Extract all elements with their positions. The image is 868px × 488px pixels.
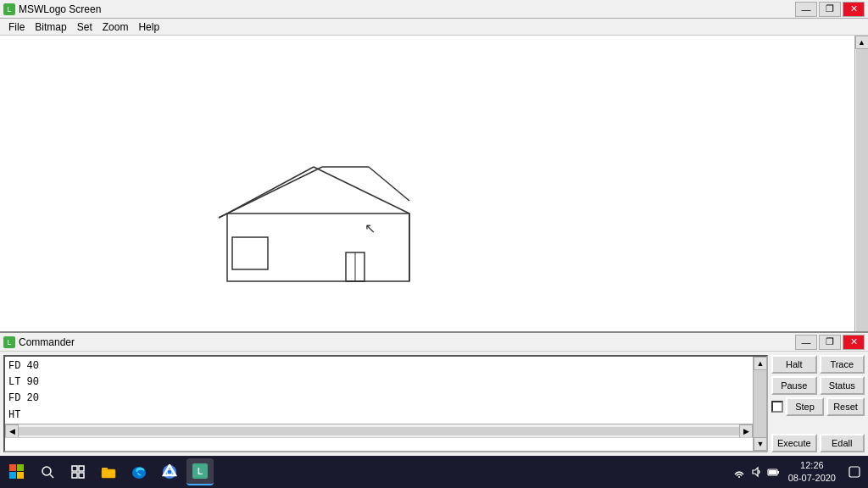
btn-row-1: Halt Trace — [771, 355, 865, 374]
commander-body: FD 40 LT 90 FD 20 HT ◀ ▶ ▲ — [0, 352, 868, 456]
canvas-scrollbar: ▲ ▼ — [854, 36, 868, 360]
chrome-icon — [162, 464, 177, 480]
main-title-bar: L MSWLogo Screen — ❐ ✕ — [0, 0, 868, 19]
svg-rect-15 — [17, 472, 24, 479]
btn-row-3: Step Reset — [771, 397, 865, 416]
edge-icon — [131, 464, 147, 480]
output-vscroll: ▲ ▼ — [753, 357, 766, 451]
chrome-button[interactable] — [156, 458, 183, 485]
mswlogo-taskbar-button[interactable]: L — [186, 458, 214, 485]
house-drawing — [0, 36, 868, 360]
menu-bar: File Bitmap Set Zoom Help — [0, 19, 868, 36]
scroll-track — [856, 49, 868, 347]
title-bar-buttons: — ❐ ✕ — [795, 2, 865, 17]
output-line-2: LT 90 — [8, 374, 763, 391]
menu-help[interactable]: Help — [133, 20, 164, 34]
commander-close[interactable]: ✕ — [843, 335, 865, 350]
canvas-area: ↖ ▲ ▼ — [0, 36, 868, 360]
clock-time: 12:26 — [788, 459, 836, 472]
start-button[interactable] — [3, 458, 31, 485]
minimize-button[interactable]: — — [795, 2, 817, 17]
clock-date: 08-07-2020 — [788, 472, 836, 485]
volume-icon[interactable] — [749, 465, 763, 479]
mswlogo-taskbar-icon: L — [192, 463, 208, 479]
svg-line-7 — [369, 167, 409, 201]
svg-rect-20 — [72, 473, 77, 478]
pause-button[interactable]: Pause — [771, 376, 817, 395]
scroll-right-arrow[interactable]: ▶ — [739, 424, 753, 438]
battery-icon[interactable] — [766, 465, 780, 479]
btn-row-2: Pause Status — [771, 376, 865, 395]
svg-rect-21 — [79, 473, 84, 478]
windows-icon — [9, 464, 25, 480]
svg-rect-13 — [17, 464, 24, 471]
right-panel: Halt Trace Pause Status Step Reset Execu… — [771, 355, 865, 452]
svg-rect-8 — [232, 237, 268, 269]
menu-file[interactable]: File — [3, 20, 30, 34]
horiz-scrollbar: ◀ ▶ — [5, 424, 753, 437]
output-line-1: FD 40 — [8, 358, 763, 374]
scroll-up-arrow[interactable]: ▲ — [855, 36, 869, 49]
output-scroll-track — [754, 370, 766, 437]
svg-line-4 — [219, 167, 322, 218]
svg-marker-30 — [753, 468, 758, 476]
task-view-button[interactable] — [64, 458, 92, 485]
trace-button[interactable]: Trace — [820, 355, 865, 374]
edge-button[interactable] — [125, 458, 153, 485]
svg-rect-18 — [72, 466, 77, 471]
svg-rect-34 — [849, 467, 860, 477]
step-checkbox[interactable] — [771, 401, 783, 413]
svg-rect-12 — [9, 464, 16, 471]
svg-rect-32 — [777, 471, 779, 474]
output-scroll-up[interactable]: ▲ — [754, 357, 767, 370]
svg-rect-14 — [9, 472, 16, 479]
step-button[interactable]: Step — [786, 397, 824, 416]
edall-button[interactable]: Edall — [820, 434, 865, 452]
menu-bitmap[interactable]: Bitmap — [30, 20, 71, 34]
commander-icon: L — [3, 336, 15, 348]
search-icon — [41, 465, 54, 479]
svg-rect-33 — [769, 470, 776, 474]
output-area: FD 40 LT 90 FD 20 HT ◀ ▶ ▲ — [3, 355, 768, 452]
output-text: FD 40 LT 90 FD 20 HT — [5, 357, 766, 422]
taskbar-right: 12:26 08-07-2020 — [732, 458, 865, 485]
command-input[interactable] — [7, 439, 751, 451]
commander-minimize[interactable]: — — [795, 335, 817, 350]
svg-line-2 — [314, 167, 409, 214]
app-icon: L — [3, 3, 15, 15]
system-tray — [732, 465, 780, 479]
commander-title: Commander — [19, 336, 75, 348]
output-line-3: FD 20 — [8, 391, 763, 407]
svg-point-29 — [738, 476, 740, 478]
file-explorer-button[interactable] — [95, 458, 122, 485]
status-button[interactable]: Status — [820, 376, 865, 395]
search-button[interactable] — [34, 458, 61, 485]
commander-title-bar: L Commander — ❐ ✕ — [0, 333, 868, 352]
halt-button[interactable]: Halt — [771, 355, 817, 374]
svg-rect-0 — [227, 214, 409, 281]
notification-button[interactable] — [844, 458, 865, 485]
clock[interactable]: 12:26 08-07-2020 — [785, 459, 839, 485]
btn-row-execute: Execute Edall — [771, 434, 865, 452]
execute-button[interactable]: Execute — [771, 434, 817, 452]
scroll-left-arrow[interactable]: ◀ — [5, 424, 19, 438]
window-title: MSWLogo Screen — [19, 3, 101, 15]
close-button[interactable]: ✕ — [843, 2, 865, 17]
notification-icon — [849, 466, 860, 478]
svg-rect-19 — [79, 466, 84, 471]
commander-panel: L Commander — ❐ ✕ FD 40 LT 90 FD 20 HT — [0, 331, 868, 456]
network-icon[interactable] — [732, 465, 746, 479]
input-row — [5, 437, 753, 451]
horiz-scroll-track — [19, 427, 739, 435]
commander-restore[interactable]: ❐ — [819, 335, 841, 350]
svg-point-28 — [168, 470, 172, 474]
reset-button[interactable]: Reset — [826, 397, 865, 416]
svg-point-16 — [42, 467, 51, 475]
output-scroll-down[interactable]: ▼ — [754, 437, 767, 451]
menu-zoom[interactable]: Zoom — [97, 20, 134, 34]
output-line-4: HT — [8, 408, 763, 422]
task-view-icon — [71, 465, 85, 479]
restore-button[interactable]: ❐ — [819, 2, 841, 17]
taskbar: L — [0, 456, 868, 488]
menu-set[interactable]: Set — [72, 20, 97, 34]
